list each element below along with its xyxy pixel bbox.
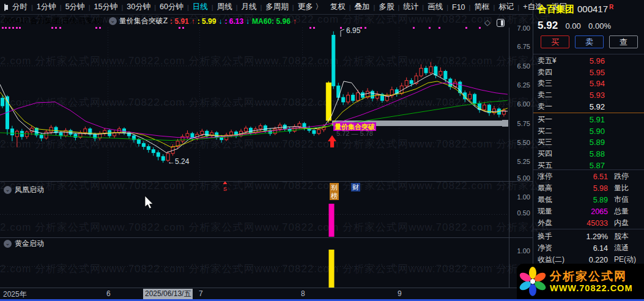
chevron-down-icon[interactable]: ⌄ bbox=[4, 240, 12, 248]
panel3-header[interactable]: ⌄ 黄金启动 bbox=[4, 239, 44, 249]
period-tab-6[interactable]: 日线 bbox=[189, 2, 212, 12]
toolbar: 分时|1分钟|5分钟|15分钟|30分钟|60分钟|日线|周线|月线|多周期|更… bbox=[0, 0, 533, 15]
mid-divider bbox=[533, 113, 644, 113]
tool-item-6[interactable]: 简框 bbox=[470, 2, 493, 12]
stats-block-1: 涨停6.51跌停最高5.98量比最低5.89市值现量2065总量外盘45033内… bbox=[533, 171, 644, 229]
tool-item-0[interactable]: 复权 bbox=[327, 2, 349, 12]
period-tab-1[interactable]: 1分钟 bbox=[33, 2, 60, 12]
y-axis-label: 6.00 bbox=[509, 100, 530, 108]
stat-value: 6.14 bbox=[571, 244, 608, 253]
bid-row[interactable]: 买三5.89 bbox=[533, 137, 644, 149]
stat-label-2: 内盘 bbox=[614, 218, 629, 228]
period-tab-2[interactable]: 5分钟 bbox=[62, 2, 89, 12]
bid-levels: 买一5.91买二5.90买三5.89买四5.88买五5.87 bbox=[533, 114, 644, 171]
period-tab-4[interactable]: 30分钟 bbox=[123, 2, 154, 12]
period-tab-10[interactable]: 更多 〉 bbox=[294, 2, 327, 12]
svg-text:S: S bbox=[223, 186, 227, 192]
level-price: 5.87 bbox=[567, 161, 605, 170]
logo-url: WWW.70822.COM bbox=[550, 283, 632, 294]
y-axis-label: 6.75 bbox=[509, 43, 530, 50]
level-label: 卖一 bbox=[538, 102, 567, 112]
level-price: 5.89 bbox=[567, 138, 605, 147]
level-label: 卖三 bbox=[538, 78, 567, 89]
ask-row[interactable]: 卖四5.95 bbox=[533, 67, 644, 78]
stat-label: 最低 bbox=[538, 195, 571, 205]
bid-row[interactable]: 买四5.88 bbox=[533, 148, 644, 160]
period-tab-8[interactable]: 月线 bbox=[238, 2, 261, 12]
ask-row[interactable]: 卖一5.92 bbox=[533, 101, 644, 113]
price-change: 0.00 bbox=[565, 21, 580, 31]
x-axis-label: 6 bbox=[106, 289, 111, 298]
ask-row[interactable]: 卖三5.94 bbox=[533, 78, 644, 90]
indicator-info-bar: 000417 合百集团(日线.前复权) ⌄ 量价集合突破Z : 5.91↑: 5… bbox=[0, 15, 511, 27]
query-button[interactable]: 查 bbox=[609, 35, 638, 48]
high-annotation: 6.95 bbox=[346, 26, 360, 35]
panel-divider[interactable] bbox=[0, 237, 533, 238]
logo-title: 分析家公式网 bbox=[550, 270, 632, 283]
main-chart[interactable]: S bbox=[0, 0, 533, 301]
indicator-name: 量价集合突破Z bbox=[119, 16, 168, 26]
last-price: 5.92 bbox=[538, 20, 558, 31]
level-label: 买一 bbox=[538, 114, 567, 125]
ask-row[interactable]: 卖五¥5.96 bbox=[533, 55, 644, 67]
stat-value: 45033 bbox=[571, 219, 608, 228]
divider bbox=[533, 54, 644, 54]
bid-row[interactable]: 买一5.91 bbox=[533, 114, 644, 125]
x-axis-label: 9 bbox=[398, 289, 402, 298]
stat-label: 换手 bbox=[538, 231, 571, 242]
chevron-down-icon[interactable]: ⌄ bbox=[4, 186, 12, 194]
window-layout-icon[interactable] bbox=[4, 4, 6, 11]
tool-item-5[interactable]: F10 bbox=[448, 3, 469, 12]
period-tab-3[interactable]: 15分钟 bbox=[90, 2, 121, 12]
level-price: 5.93 bbox=[567, 91, 605, 100]
diamond-icon[interactable]: ◇ bbox=[484, 18, 490, 27]
level-label: 卖二 bbox=[538, 90, 567, 100]
period-tab-7[interactable]: 周线 bbox=[213, 2, 236, 12]
trend-arrow-icon: ↑ bbox=[293, 17, 297, 26]
stat-label: 涨停 bbox=[538, 171, 571, 182]
indicator-values: : 5.91↑: 5.99↓: 6.13↓MA60: 5.96↑ bbox=[170, 17, 299, 26]
level-price: 5.91 bbox=[567, 115, 605, 124]
tool-item-2[interactable]: 多股 bbox=[375, 2, 398, 12]
chevron-down-icon[interactable]: ⌄ bbox=[109, 17, 117, 25]
level-label: 买三 bbox=[538, 137, 567, 147]
stat-row: 最高5.98量比 bbox=[533, 182, 644, 194]
signal-price-range: 5.72 — 5.78 bbox=[336, 130, 373, 137]
event-badge[interactable]: 别榜 bbox=[330, 183, 339, 200]
level-price: 5.92 bbox=[567, 102, 605, 111]
stat-label-2: 流通 bbox=[614, 243, 629, 253]
indicator-value-2: : 6.13 bbox=[224, 17, 243, 26]
x-axis-label: 2025年 bbox=[3, 289, 27, 300]
x-axis-date-highlight: 2025/06/13/五 bbox=[143, 289, 193, 299]
panel2-axis-label: 1.00 bbox=[509, 193, 530, 201]
panel-divider[interactable] bbox=[0, 181, 533, 182]
stat-row: 换手1.29%股本 bbox=[533, 231, 644, 242]
panel2-title: 凤凰启动 bbox=[15, 185, 44, 195]
site-logo: 分析家公式网 WWW.70822.COM bbox=[517, 264, 644, 299]
buy-button[interactable]: 买 bbox=[541, 35, 569, 48]
period-tab-9[interactable]: 多周期 bbox=[262, 2, 292, 12]
stat-label-2: 总量 bbox=[614, 206, 629, 217]
period-tab-0[interactable]: 分时 bbox=[9, 2, 31, 12]
bid-row[interactable]: 买二5.90 bbox=[533, 125, 644, 137]
tool-item-4[interactable]: 画线 bbox=[424, 2, 446, 12]
period-tab-5[interactable]: 60分钟 bbox=[156, 2, 187, 12]
event-badge[interactable]: 财 bbox=[351, 183, 360, 191]
trend-arrow-icon: ↓ bbox=[246, 17, 250, 26]
stat-label: 最高 bbox=[538, 183, 571, 193]
stat-value: 5.89 bbox=[571, 196, 608, 204]
level-price: 5.96 bbox=[567, 56, 605, 65]
tool-item-7[interactable]: 标记 bbox=[495, 2, 517, 12]
sell-button[interactable]: 卖 bbox=[575, 35, 604, 48]
stock-name: 合百集团 bbox=[538, 4, 574, 14]
split-view-icon[interactable] bbox=[497, 19, 505, 27]
level-price: 5.94 bbox=[567, 79, 605, 88]
x-axis-label: 7 bbox=[199, 289, 203, 298]
tool-item-1[interactable]: 叠加 bbox=[351, 2, 374, 12]
stat-label: 外盘 bbox=[538, 218, 571, 228]
stock-header: 合百集团000417R bbox=[538, 4, 613, 15]
tool-item-3[interactable]: 统计 bbox=[399, 2, 422, 12]
ask-row[interactable]: 卖二5.93 bbox=[533, 89, 644, 101]
stats-block-2: 换手1.29%股本净资6.14流通收益(二)0.220PE(动) bbox=[533, 231, 644, 266]
panel2-header[interactable]: ⌄ 凤凰启动 bbox=[4, 185, 44, 195]
